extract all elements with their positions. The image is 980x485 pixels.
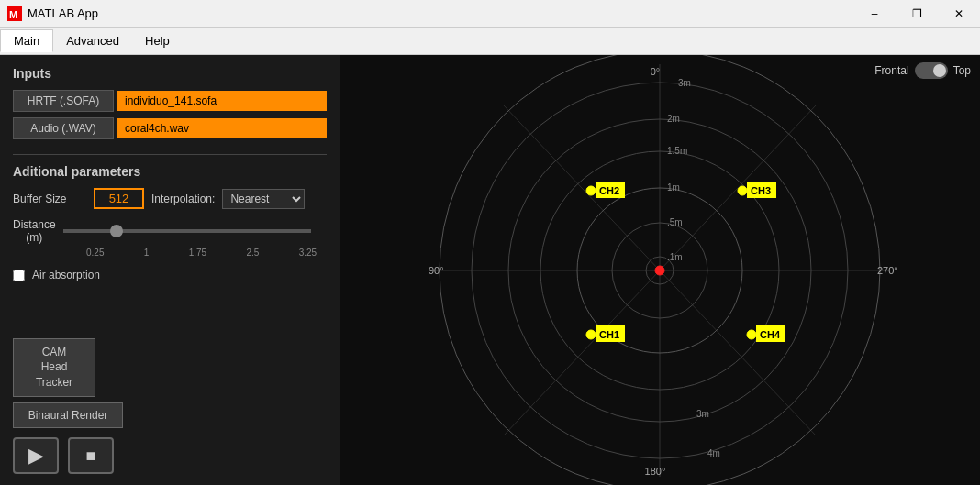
svg-point-31 bbox=[747, 330, 756, 339]
top-label: Top bbox=[953, 64, 971, 77]
menu-bar: Main Advanced Help bbox=[0, 28, 980, 55]
slider-ticks: 0.25 1 1.75 2.5 3.25 4 bbox=[86, 248, 362, 258]
params-title: Aditional parameters bbox=[13, 164, 327, 179]
svg-text:CH2: CH2 bbox=[599, 185, 619, 196]
svg-text:3m: 3m bbox=[696, 409, 709, 419]
play-icon: ▶ bbox=[28, 444, 44, 468]
window-title: MATLAB App bbox=[28, 6, 98, 20]
svg-text:0°: 0° bbox=[651, 66, 661, 77]
audio-button[interactable]: Audio (.WAV) bbox=[13, 117, 114, 139]
minimize-button[interactable]: – bbox=[853, 0, 896, 28]
audio-row: Audio (.WAV) bbox=[13, 117, 327, 139]
svg-text:CH3: CH3 bbox=[751, 185, 771, 196]
toggle-knob bbox=[933, 64, 946, 77]
left-panel: Inputs HRTF (.SOFA) Audio (.WAV) Adition… bbox=[0, 55, 340, 485]
tick-4: 2.5 bbox=[246, 248, 259, 258]
svg-text:3m: 3m bbox=[678, 78, 691, 88]
frontal-label: Frontal bbox=[874, 64, 908, 77]
svg-text:90°: 90° bbox=[429, 265, 444, 276]
air-absorption-label: Air absorption bbox=[32, 269, 100, 281]
polar-svg: 0° 270° 180° 90° .1m .5m 1m 1.5m 2m 3m 4… bbox=[421, 55, 898, 486]
tick-2: 1 bbox=[144, 248, 150, 258]
distance-section: Distance(m) 0.25 1 1.75 2.5 3.25 4 bbox=[13, 218, 327, 258]
window-controls: – ❐ ✕ bbox=[853, 0, 980, 28]
binaural-render-button[interactable]: Binaural Render bbox=[13, 402, 123, 428]
transport-row: ▶ ■ bbox=[13, 437, 327, 474]
air-absorption-row: Air absorption bbox=[13, 269, 327, 281]
distance-slider[interactable] bbox=[63, 229, 311, 233]
interpolation-label: Interpolation: bbox=[151, 193, 215, 205]
matlab-icon: M bbox=[7, 6, 22, 21]
svg-text:1.5m: 1.5m bbox=[667, 146, 687, 156]
distance-label: Distance(m) bbox=[13, 218, 56, 244]
hrtf-button[interactable]: HRTF (.SOFA) bbox=[13, 90, 114, 112]
svg-text:4m: 4m bbox=[707, 448, 720, 458]
polar-plot: 0° 270° 180° 90° .1m .5m 1m 1.5m 2m 3m 4… bbox=[421, 55, 898, 486]
menu-main[interactable]: Main bbox=[0, 29, 53, 52]
tick-1: 0.25 bbox=[86, 248, 104, 258]
close-button[interactable]: ✕ bbox=[938, 0, 980, 28]
stop-icon: ■ bbox=[86, 446, 96, 466]
svg-point-27 bbox=[655, 266, 664, 275]
svg-point-30 bbox=[586, 330, 596, 339]
menu-help[interactable]: Help bbox=[132, 30, 183, 51]
view-toggle[interactable] bbox=[915, 62, 948, 79]
tick-3: 1.75 bbox=[189, 248, 206, 258]
svg-text:1m: 1m bbox=[667, 182, 680, 193]
svg-point-28 bbox=[586, 186, 596, 195]
audio-input[interactable] bbox=[117, 118, 327, 138]
right-panel: Frontal Top bbox=[340, 55, 980, 485]
svg-point-29 bbox=[738, 186, 747, 195]
menu-advanced[interactable]: Advanced bbox=[53, 30, 132, 51]
tick-5: 3.25 bbox=[299, 248, 317, 258]
params-row: Buffer Size Interpolation: Nearest Linea… bbox=[13, 188, 327, 209]
title-bar: M MATLAB App – ❐ ✕ bbox=[0, 0, 980, 28]
interpolation-select[interactable]: Nearest Linear Bilinear bbox=[222, 189, 305, 209]
hrtf-input[interactable] bbox=[117, 91, 327, 111]
svg-text:.5m: .5m bbox=[667, 217, 683, 227]
svg-text:270°: 270° bbox=[877, 265, 898, 276]
distance-label-row: Distance(m) bbox=[13, 218, 327, 244]
svg-text:180°: 180° bbox=[645, 466, 666, 477]
stop-button[interactable]: ■ bbox=[68, 437, 114, 474]
hrtf-row: HRTF (.SOFA) bbox=[13, 90, 327, 112]
restore-button[interactable]: ❐ bbox=[896, 0, 938, 28]
buffer-input[interactable] bbox=[94, 188, 144, 209]
svg-text:M: M bbox=[9, 9, 17, 20]
inputs-title: Inputs bbox=[13, 66, 327, 81]
svg-text:CH4: CH4 bbox=[760, 329, 781, 340]
app-body: Inputs HRTF (.SOFA) Audio (.WAV) Adition… bbox=[0, 55, 980, 485]
top-controls: Frontal Top bbox=[874, 62, 971, 79]
svg-text:CH1: CH1 bbox=[599, 329, 619, 340]
cam-headtracker-button[interactable]: CAMHead Tracker bbox=[13, 338, 95, 397]
play-button[interactable]: ▶ bbox=[13, 437, 59, 474]
buffer-label: Buffer Size bbox=[13, 193, 86, 205]
svg-text:.1m: .1m bbox=[667, 252, 683, 262]
air-absorption-checkbox[interactable] bbox=[13, 270, 25, 281]
divider bbox=[13, 154, 327, 155]
bottom-buttons: CAMHead Tracker Binaural Render ▶ ■ bbox=[13, 338, 327, 474]
svg-text:2m: 2m bbox=[667, 114, 680, 124]
